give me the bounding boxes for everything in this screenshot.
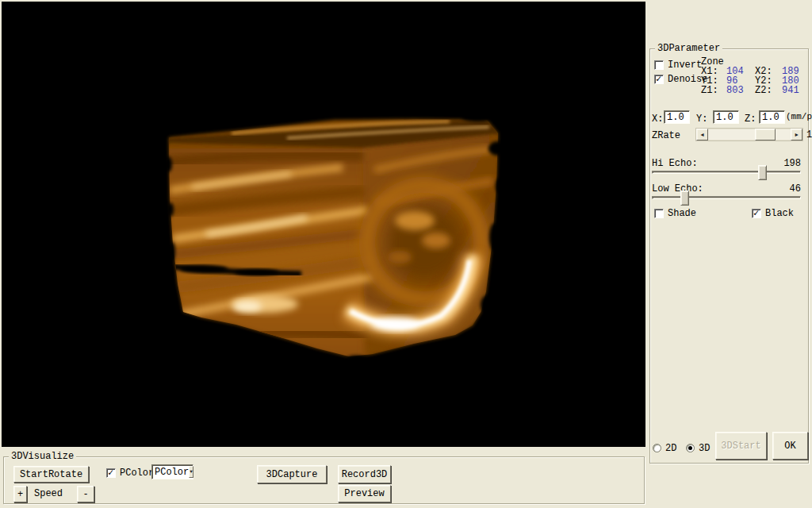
shade-label: Shade [668,208,696,219]
3dcapture-button[interactable]: 3DCapture [257,465,327,483]
zrate-value: 1 [806,129,812,140]
visualize-groupbox-title: 3DVisualize [9,451,76,462]
hi-echo-label: Hi Echo: [652,158,698,169]
3d-viewport[interactable] [2,2,645,447]
zrate-scroll-left-arrow-icon[interactable]: ◄ [696,129,708,140]
parameter-groupbox-title: 3DParameter [655,43,722,54]
mode-3d-radio[interactable] [686,444,695,452]
scale-unit-label: (mm/p) [786,111,812,122]
zrate-scroll-right-arrow-icon[interactable]: ► [791,129,802,140]
black-checkbox[interactable] [752,209,761,218]
preview-button[interactable]: Preview [338,485,391,502]
visualize-groupbox: 3DVisualize StartRotate PColor PColor ▼ … [3,456,645,504]
zone-z1-value: 803 [726,85,744,96]
scale-x-input[interactable] [664,110,690,124]
shade-checkbox[interactable] [654,209,664,218]
speed-plus-button[interactable]: + [13,486,27,502]
pcolor-dropdown-value: PColor [152,467,189,478]
record3d-button[interactable]: Record3D [338,465,391,483]
scale-y-label: Y: [696,114,707,125]
speed-label: Speed [34,488,63,499]
mode-2d-label: 2D [665,443,676,454]
invert-label: Invert [668,60,702,71]
ultrasound-volume-render [2,2,645,447]
low-echo-value: 46 [765,183,801,194]
low-echo-slider-thumb[interactable] [680,190,689,206]
hi-echo-slider[interactable] [652,171,801,174]
hi-echo-slider-thumb[interactable] [758,165,767,180]
scale-z-input[interactable] [759,110,785,124]
denoise-checkbox[interactable] [654,75,664,84]
start-rotate-button[interactable]: StartRotate [13,466,89,483]
low-echo-slider[interactable] [652,196,801,199]
zone-z1-label: Z1: [701,85,718,96]
pcolor-label: PColor [120,468,154,479]
black-label: Black [765,208,794,219]
speed-minus-button[interactable]: - [77,486,94,502]
invert-checkbox[interactable] [654,60,664,70]
zone-z2-label: Z2: [755,85,772,96]
zrate-scrollbar-thumb[interactable] [755,129,776,140]
pcolor-checkbox[interactable] [106,468,116,478]
zrate-scrollbar[interactable]: ◄ ► [695,128,803,141]
scale-x-label: X: [652,114,663,125]
dropdown-arrow-icon[interactable]: ▼ [189,466,193,478]
parameter-groupbox: 3DParameter Invert Denoise Zone X1: 104 … [649,48,809,464]
scale-y-input[interactable] [713,110,739,124]
mode-2d-radio[interactable] [653,444,661,452]
scale-z-label: Z: [745,114,756,125]
3dstart-button[interactable]: 3DStart [715,432,767,460]
zrate-label: ZRate [652,130,680,141]
hi-echo-value: 198 [765,158,801,169]
ok-button[interactable]: OK [772,432,808,460]
mode-3d-label: 3D [699,443,710,454]
pcolor-dropdown[interactable]: PColor ▼ [151,464,193,479]
app-window: 3DParameter Invert Denoise Zone X1: 104 … [0,0,812,508]
low-echo-label: Low Echo: [652,183,703,194]
zone-z2-value: 941 [782,85,799,96]
